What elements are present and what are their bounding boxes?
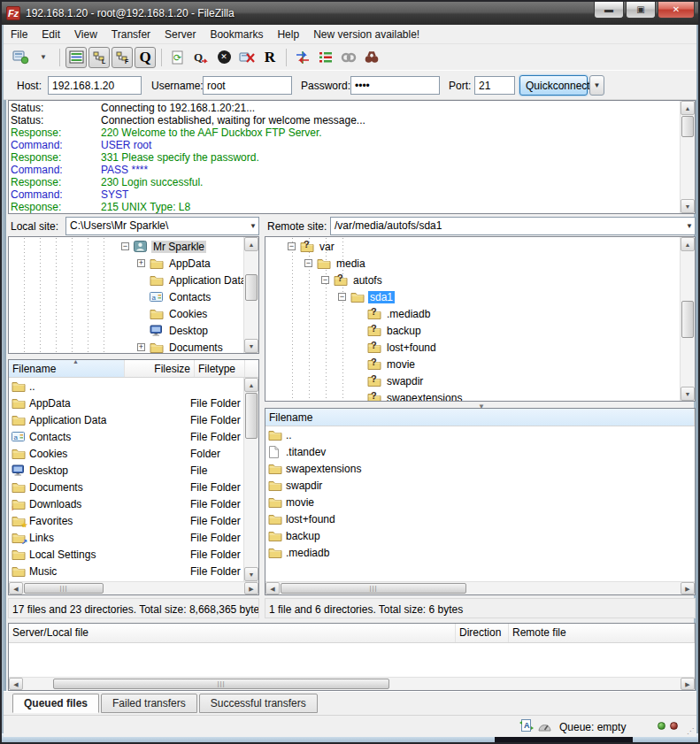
filter-button[interactable] [315, 47, 336, 68]
toggle-remote-tree-button[interactable]: F [112, 47, 133, 68]
file-row--[interactable]: .. [265, 426, 694, 443]
local-tree-scrollbar[interactable]: ▲ ▼ [243, 237, 258, 353]
scroll-right-icon[interactable]: ▶ [681, 678, 695, 690]
scrollbar-thumb[interactable]: ||| [53, 679, 389, 689]
menu-item-edit[interactable]: Edit [35, 26, 67, 43]
scrollbar-thumb[interactable]: ||| [24, 583, 104, 594]
collapse-icon[interactable]: − [338, 293, 346, 301]
file-name-cell[interactable]: ★Favorites [9, 515, 122, 527]
file-name-cell[interactable]: lost+found [265, 513, 619, 525]
queue-hscrollbar[interactable]: ◀ ||| ▶ [9, 677, 695, 690]
expand-icon[interactable]: + [137, 259, 145, 267]
tree-item-cookies[interactable]: Cookies [9, 305, 243, 322]
menu-item-server[interactable]: Server [158, 26, 203, 43]
scroll-down-icon[interactable]: ▼ [681, 199, 695, 213]
speed-limits-icon[interactable] [538, 720, 553, 732]
tab-queued-files[interactable]: Queued files [12, 694, 99, 713]
file-name-cell[interactable]: Local Settings [9, 548, 122, 561]
password-input[interactable] [350, 76, 440, 95]
file-row-music[interactable]: MusicFile Folder [9, 563, 243, 579]
file-row--titandev[interactable]: .titandev [265, 443, 694, 460]
scroll-right-icon[interactable]: ▶ [681, 582, 695, 594]
tree-item-movie[interactable]: ?movie [265, 356, 680, 372]
maximize-button[interactable]: ▣ [626, 2, 656, 19]
local-list-scrollbar[interactable]: ▲ ▼ [243, 378, 258, 581]
file-row-local-settings[interactable]: Local SettingsFile Folder [9, 546, 243, 563]
file-name-cell[interactable]: backup [265, 530, 619, 542]
column-header-server-local-file[interactable]: Server/Local file [9, 624, 456, 642]
tree-item-contacts[interactable]: aContacts [9, 288, 243, 305]
scroll-down-icon[interactable]: ▼ [244, 339, 258, 353]
process-queue-button[interactable]: Q [190, 47, 212, 68]
chevron-down-icon[interactable]: ▼ [686, 222, 693, 230]
host-input[interactable] [48, 76, 142, 95]
cancel-button[interactable]: ✕ [213, 47, 235, 68]
scrollbar-thumb[interactable] [245, 274, 258, 301]
file-name-cell[interactable]: .titandev [265, 446, 619, 458]
file-name-cell[interactable]: AppData [9, 397, 122, 410]
refresh-button[interactable]: ⟳ [167, 47, 188, 68]
close-button[interactable]: ✕ [658, 2, 695, 19]
site-manager-button[interactable] [10, 47, 31, 68]
toggle-queue-button[interactable]: Q [135, 47, 156, 68]
tree-item-sda1[interactable]: −sda1 [265, 288, 680, 305]
menu-item-file[interactable]: File [4, 26, 35, 43]
collapse-icon[interactable]: − [321, 276, 329, 284]
tree-item-label[interactable]: swapextensions [385, 392, 464, 403]
tree-item-label[interactable]: Application Data [167, 274, 248, 287]
tree-item-mr-sparkle[interactable]: −Mr Sparkle [9, 238, 243, 255]
tree-item-var[interactable]: −?var [265, 238, 680, 255]
file-row--mediadb[interactable]: .mediadb [265, 544, 694, 561]
tree-item-label[interactable]: autofs [351, 274, 384, 287]
menu-item-view[interactable]: View [67, 26, 104, 43]
file-row-movie[interactable]: movie [265, 494, 694, 510]
directory-comparison-button[interactable] [292, 47, 313, 68]
file-name-cell[interactable]: .. [265, 429, 619, 441]
scroll-left-icon[interactable]: ◀ [265, 582, 280, 594]
scroll-up-icon[interactable]: ▲ [681, 237, 695, 251]
tree-item-appdata[interactable]: +AppData [9, 255, 243, 272]
file-name-cell[interactable]: swapdir [265, 479, 619, 492]
scroll-up-icon[interactable]: ▲ [681, 101, 695, 115]
menu-item-bookmarks[interactable]: Bookmarks [203, 26, 270, 43]
column-header-filesize[interactable]: Filesize [125, 360, 195, 377]
username-input[interactable] [203, 76, 292, 95]
file-name-cell[interactable]: Cookies [9, 448, 122, 460]
tree-item-label[interactable]: Documents [167, 341, 225, 354]
file-name-cell[interactable]: Desktop [9, 464, 122, 477]
scroll-down-icon[interactable]: ▼ [244, 567, 258, 581]
tree-item-swapdir[interactable]: ?swapdir [265, 372, 680, 389]
tree-item-label[interactable]: Cookies [167, 308, 209, 320]
remote-site-combo[interactable]: /var/media/autofs/sda1 ▼ [330, 217, 696, 235]
tree-item-label[interactable]: swapdir [385, 375, 425, 387]
file-row-contacts[interactable]: aContactsFile Folder [9, 428, 243, 445]
scroll-down-icon[interactable]: ▼ [681, 387, 695, 401]
tree-item-application-data[interactable]: Application Data [9, 272, 243, 288]
scroll-right-icon[interactable]: ▶ [244, 582, 258, 594]
file-row-appdata[interactable]: AppDataFile Folder [9, 395, 243, 411]
tree-item-label[interactable]: media [335, 257, 367, 270]
file-name-cell[interactable]: Application Data [9, 414, 122, 426]
scroll-up-icon[interactable]: ▲ [244, 237, 258, 251]
port-input[interactable] [474, 76, 515, 95]
tree-item-media[interactable]: −media [265, 255, 680, 272]
toggle-message-log-button[interactable] [65, 47, 87, 68]
scroll-up-icon[interactable]: ▲ [244, 378, 258, 392]
file-row-swapextensions[interactable]: swapextensions [265, 460, 694, 477]
tree-item-swapextensions[interactable]: ?swapextensions [265, 389, 680, 402]
tab-successful-transfers[interactable]: Successful transfers [199, 694, 318, 713]
scrollbar-thumb[interactable] [245, 393, 258, 439]
synchronized-browsing-button[interactable] [338, 47, 359, 68]
tree-item-backup[interactable]: ?backup [265, 322, 680, 339]
minimize-button[interactable]: ▬ [594, 2, 624, 19]
tree-item-documents[interactable]: +Documents [9, 339, 243, 354]
local-site-combo[interactable]: C:\Users\Mr Sparkle\ ▼ [65, 217, 259, 235]
tree-item-desktop[interactable]: Desktop [9, 322, 243, 339]
file-name-cell[interactable]: .mediadb [265, 547, 619, 559]
file-row-lost-found[interactable]: lost+found [265, 510, 694, 527]
file-name-cell[interactable]: Music [9, 565, 122, 578]
file-name-cell[interactable]: .. [9, 380, 122, 393]
file-row-backup[interactable]: backup [265, 527, 694, 544]
column-header-filetype[interactable]: Filetype [195, 360, 245, 377]
tree-item-label[interactable]: var [318, 241, 336, 253]
